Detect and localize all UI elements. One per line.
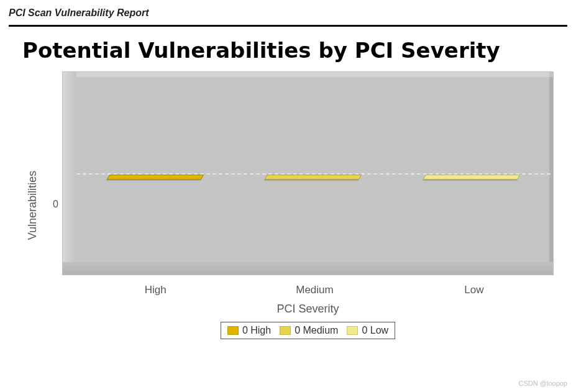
y-axis-label: Vulnerabilities <box>27 171 40 240</box>
x-tick-high: High <box>109 284 202 296</box>
plot-area <box>62 71 554 275</box>
x-ticks: High Medium Low <box>62 275 554 300</box>
chart-row: Vulnerabilities 0 High Medium L <box>22 71 554 339</box>
y-axis-label-col: Vulnerabilities <box>22 71 43 339</box>
bar-high <box>107 175 204 180</box>
legend-low-label: 0 Low <box>362 325 388 336</box>
bar-group <box>76 175 551 180</box>
watermark: CSDN @loopop <box>519 380 567 387</box>
x-axis-label: PCI Severity <box>62 300 554 319</box>
y-ticks: 0 <box>43 71 62 339</box>
legend-item-low: 0 Low <box>347 325 388 336</box>
x-tick-medium: Medium <box>268 284 361 296</box>
legend: 0 High 0 Medium 0 Low <box>221 322 395 339</box>
chart-title: Potential Vulnerabilities by PCI Severit… <box>22 38 554 63</box>
legend-item-high: 0 High <box>227 325 271 336</box>
legend-high-label: 0 High <box>242 325 271 336</box>
bar-medium <box>265 175 362 180</box>
divider <box>9 25 567 27</box>
page: PCI Scan Vulnerability Report Potential … <box>0 0 576 392</box>
report-header: PCI Scan Vulnerability Report <box>9 6 567 24</box>
swatch-low-icon <box>347 326 358 335</box>
legend-medium-label: 0 Medium <box>295 325 338 336</box>
x-tick-low: Low <box>427 284 521 296</box>
swatch-medium-icon <box>280 326 291 335</box>
swatch-high-icon <box>227 326 239 335</box>
y-tick-0: 0 <box>53 199 58 210</box>
bar-low <box>423 175 521 180</box>
plot-area-wrap: High Medium Low PCI Severity 0 High 0 Me… <box>62 71 554 339</box>
chart-block: Potential Vulnerabilities by PCI Severit… <box>9 38 567 339</box>
legend-wrap: 0 High 0 Medium 0 Low <box>62 319 554 339</box>
legend-item-medium: 0 Medium <box>280 325 338 336</box>
